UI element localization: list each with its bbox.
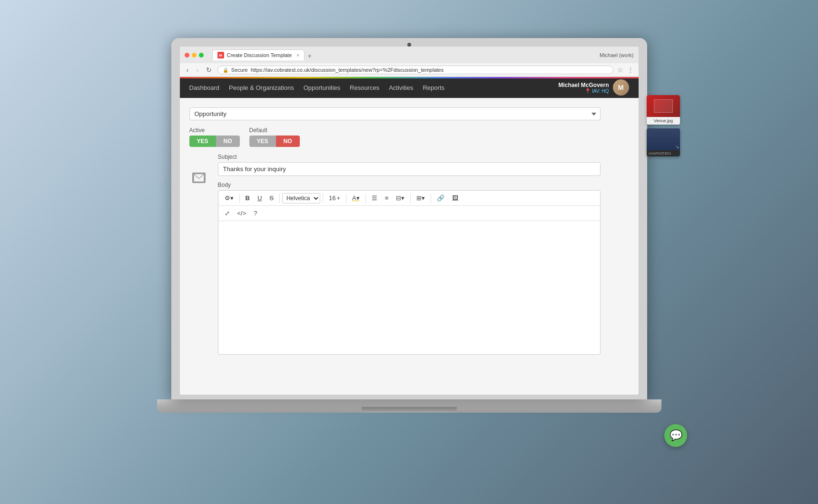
default-field-group: Default YES NO [249,127,300,147]
bookmark-button[interactable]: ☆ [617,66,623,74]
secure-icon: 🔒 [223,68,228,73]
other-thumbnail[interactable]: ↘ cmid%253D1 [647,128,680,156]
avatar[interactable]: M [613,79,629,96]
default-label: Default [249,127,300,134]
separator-6 [410,194,411,203]
forward-button[interactable]: › [194,65,200,75]
toggle-row: Active YES NO Default YES NO [189,127,601,147]
laptop-base [157,399,661,413]
strikethrough-btn[interactable]: S [266,193,277,204]
sidebar-item-resources[interactable]: Resources [350,82,379,93]
magic-btn[interactable]: ⚙▾ [221,193,237,204]
sidebar-item-opportunities[interactable]: Opportunities [304,82,340,93]
main-content: Opportunity Active YES NO [180,98,639,395]
separator-1 [239,194,240,203]
sidebar-item-dashboard[interactable]: Dashboard [189,82,220,93]
separator-2 [279,194,280,203]
type-dropdown[interactable]: Opportunity [189,107,601,120]
address-bar[interactable]: 🔒 Secure https://iav.cobratest.co.uk/dis… [217,66,613,74]
default-toggle-group: YES NO [249,136,300,147]
code-btn[interactable]: </> [234,208,250,219]
url-text: https://iav.cobratest.co.uk/discussion_t… [251,67,443,73]
underline-btn[interactable]: U [254,193,265,204]
image-btn[interactable]: 🖼 [449,193,462,204]
browser-menu-button[interactable]: ⋮ [627,66,634,74]
font-size-btn[interactable]: 16+ [325,193,344,204]
sidebar-item-reports[interactable]: Reports [423,82,444,93]
editor-toolbar: ⚙▾ B U S Helvetica [218,191,600,206]
new-tab-button[interactable]: + [306,52,314,60]
mail-icon-area [189,154,208,183]
help-btn[interactable]: ? [250,208,260,219]
bold-btn[interactable]: B [242,193,253,204]
venue-thumbnail-image [647,95,680,117]
chat-float-button[interactable]: 💬 [664,424,687,447]
link-btn[interactable]: 🔗 [434,193,448,204]
body-field-group: Body ⚙▾ B U S [218,182,601,355]
active-toggle-group: YES NO [189,136,240,147]
active-yes-button[interactable]: YES [189,136,216,147]
reload-button[interactable]: ↻ [204,65,214,75]
secure-label: Secure [231,67,248,73]
default-no-button[interactable]: NO [276,136,300,147]
nav-user: Michael McGovern 📍 IAV: HQ M [558,79,629,96]
active-label: Active [189,127,240,134]
message-form-row: Subject Body ⚙▾ B U [189,154,601,355]
browser-chrome: M Create Discussion Template × + Michael… [180,47,639,77]
back-button[interactable]: ‹ [185,65,191,75]
close-traffic-light[interactable] [185,53,189,58]
browser-addressbar: ‹ › ↻ 🔒 Secure https://iav.cobratest.co.… [180,63,639,77]
tab-label: Create Discussion Template [227,52,292,58]
separator-7 [431,194,431,203]
active-no-button[interactable]: NO [216,136,240,147]
browser-tabs: M Create Discussion Template × + [212,49,314,60]
browser-titlebar: M Create Discussion Template × + Michael… [180,47,639,63]
tab-favicon: M [217,52,224,58]
traffic-lights [185,53,204,58]
laptop-hinge [362,407,457,413]
separator-5 [365,194,366,203]
font-color-btn[interactable]: A▾ [349,193,363,204]
mail-icon [192,173,206,183]
chat-icon: 💬 [670,429,682,442]
sidebar-item-people-organizations[interactable]: People & Organizations [229,82,294,93]
form-area: Opportunity Active YES NO [180,98,639,364]
other-thumbnail-image: ↘ [647,128,680,150]
tab-close-btn[interactable]: × [296,53,299,58]
subject-input[interactable] [218,162,601,176]
active-field-group: Active YES NO [189,127,240,147]
type-field-group: Opportunity [189,107,601,120]
minimize-traffic-light[interactable] [192,53,197,58]
unordered-list-btn[interactable]: ☰ [368,193,381,204]
venue-thumbnail[interactable]: Venue.jpg [647,95,680,125]
align-btn[interactable]: ⊟▾ [393,193,408,204]
active-tab[interactable]: M Create Discussion Template × [212,49,305,60]
subject-label: Subject [218,154,601,160]
ordered-list-btn[interactable]: ≡ [382,193,392,204]
venue-thumbnail-label: Venue.jpg [647,117,680,125]
user-location: 📍 IAV: HQ [585,88,609,94]
laptop-camera [407,43,411,47]
table-btn[interactable]: ⊞▾ [413,193,428,204]
brand-color-bar [180,77,639,78]
subject-field-group: Subject [218,154,601,176]
body-editor-container: ⚙▾ B U S Helvetica [218,190,601,355]
expand-btn[interactable]: ⤢ [221,208,233,219]
app-navbar: Dashboard People & Organizations Opportu… [180,77,639,98]
user-profile-label: Michael (work) [600,52,634,58]
user-info: Michael McGovern 📍 IAV: HQ [558,82,609,94]
font-family-select[interactable]: Helvetica [282,193,320,204]
user-name: Michael McGovern [558,82,609,88]
separator-4 [346,194,346,203]
editor-toolbar-row2: ⤢ </> ? [218,206,600,221]
maximize-traffic-light[interactable] [199,53,204,58]
nav-links: Dashboard People & Organizations Opportu… [189,82,559,93]
editor-body[interactable] [218,221,600,354]
default-yes-button[interactable]: YES [249,136,276,147]
side-panel: Venue.jpg ↘ cmid%253D1 [647,95,680,156]
body-label: Body [218,182,601,188]
form-fields: Subject Body ⚙▾ B U [218,154,601,355]
arrow-icon: ↘ [675,144,679,149]
sidebar-item-activities[interactable]: Activities [389,82,413,93]
other-thumbnail-label: cmid%253D1 [647,150,680,156]
